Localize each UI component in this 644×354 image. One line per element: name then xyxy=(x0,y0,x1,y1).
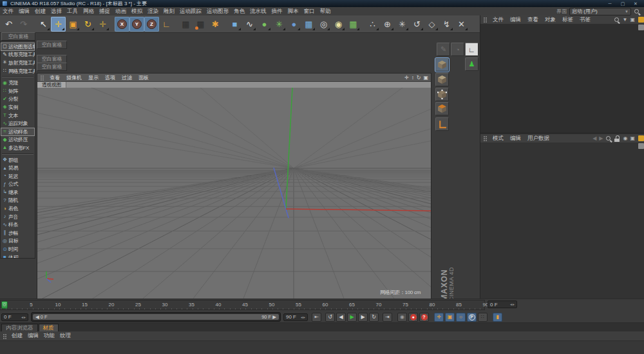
object-manager-menu-2[interactable]: 查看 xyxy=(524,16,542,24)
add-rotation-force-button[interactable]: ↺ xyxy=(410,17,424,32)
scale-button[interactable]: ▣ xyxy=(66,17,80,32)
mograph-item-22[interactable]: ∥步幅 xyxy=(1,229,35,237)
drag-handle-icon[interactable] xyxy=(40,75,45,81)
attribute-manager-tab-icon[interactable] xyxy=(638,135,644,141)
add-turbulence-button[interactable]: ✳ xyxy=(395,17,410,32)
mograph-item-8[interactable]: T文本 xyxy=(1,112,35,120)
dock-tab-icon[interactable] xyxy=(638,143,644,149)
object-manager-menu-5[interactable]: 书签 xyxy=(576,16,594,24)
add-metaball-button[interactable]: ● xyxy=(287,17,301,32)
render-settings-button[interactable]: ✱ xyxy=(208,17,223,32)
object-manager-menu-0[interactable]: 文件 xyxy=(489,16,507,24)
goto-end-button[interactable]: ⇥ xyxy=(383,313,392,322)
mograph-item-21[interactable]: ∿样条 xyxy=(1,221,35,229)
viewport-menu-3[interactable]: 选项 xyxy=(102,74,118,81)
texture-mode-button[interactable] xyxy=(435,73,449,86)
add-light-button[interactable]: ◉ xyxy=(331,17,346,32)
am-back-icon[interactable]: ◀ xyxy=(592,135,596,141)
toggle-view-icon[interactable]: ▣ xyxy=(423,75,428,81)
record-objects-button[interactable]: ◉ xyxy=(397,313,407,322)
rotate-view-icon[interactable]: ↻ xyxy=(417,75,421,81)
om-filter-icon[interactable]: ▼ xyxy=(623,17,628,23)
mograph-item-12[interactable]: ▲多边形FX xyxy=(1,144,35,152)
end-frame-field[interactable]: 90 F ◄► xyxy=(283,313,308,321)
lock-y-axis-button[interactable]: Y xyxy=(129,17,144,32)
object-manager-menu-4[interactable]: 标签 xyxy=(559,16,576,24)
spinner-icon[interactable]: ◄► xyxy=(507,302,515,306)
main-menu-17[interactable]: 窗口 xyxy=(301,8,317,15)
main-menu-16[interactable]: 脚本 xyxy=(285,8,301,15)
main-menu-8[interactable]: 模拟 xyxy=(129,8,145,15)
add-spline-button[interactable]: ∿ xyxy=(242,17,257,32)
material-menu-1[interactable]: 编辑 xyxy=(25,332,41,340)
attribute-manager-menu-2[interactable]: 用户数据 xyxy=(524,135,553,143)
mograph-item-4[interactable]: ◉克隆 xyxy=(1,79,35,87)
render-view-button[interactable]: ▦ xyxy=(178,17,193,32)
zoom-view-icon[interactable]: ↕ xyxy=(412,75,414,81)
render-to-picture-viewer-button[interactable]: ▦ xyxy=(193,17,208,32)
empty-pane-button[interactable]: 空白窗格 xyxy=(1,32,35,41)
add-subdivision-surface-button[interactable]: ● xyxy=(257,17,272,32)
main-menu-18[interactable]: 帮助 xyxy=(317,8,334,15)
am-lock-icon[interactable] xyxy=(614,135,620,142)
timeline-ruler[interactable]: 051015202530354045505560657075808590 xyxy=(0,300,485,310)
previous-key-button[interactable]: ↺ xyxy=(325,313,335,322)
add-array-button[interactable]: ✳ xyxy=(272,17,287,32)
main-menu-4[interactable]: 工具 xyxy=(64,8,80,15)
last-used-tool-button[interactable]: ✛ xyxy=(95,17,110,32)
mograph-item-0[interactable]: ◻运动图形选集 xyxy=(1,43,35,51)
main-menu-3[interactable]: 选择 xyxy=(48,8,64,15)
viewport-menu-0[interactable]: 查看 xyxy=(46,74,63,81)
am-search-icon[interactable] xyxy=(605,135,612,142)
redo-button[interactable]: ↷ xyxy=(16,17,31,32)
main-menu-0[interactable]: 文件 xyxy=(0,8,16,15)
object-manager-menu-3[interactable]: 对象 xyxy=(542,16,559,24)
add-gravity-button[interactable]: ✕ xyxy=(454,17,469,32)
main-menu-10[interactable]: 雕刻 xyxy=(161,8,177,15)
mograph-item-16[interactable]: ƒ公式 xyxy=(1,181,35,189)
main-menu-14[interactable]: 流水线 xyxy=(247,8,269,15)
move-button[interactable]: ✛ xyxy=(51,17,66,32)
record-position-toggle[interactable]: ✛ xyxy=(434,313,444,322)
mograph-item-1[interactable]: ✎线形克隆工具 xyxy=(1,51,35,59)
material-menu-3[interactable]: 纹理 xyxy=(57,332,73,340)
polygon-mode-button[interactable] xyxy=(435,102,449,115)
viewport-menu-5[interactable]: 面板 xyxy=(135,74,152,81)
timeline-range-slider[interactable]: ◀ 0 F 90 F ▶ xyxy=(31,312,281,322)
empty-pane-button[interactable]: 空白窗格 xyxy=(37,41,67,49)
keyframe-selection-button[interactable]: ▮ xyxy=(493,313,502,322)
record-rotation-toggle[interactable]: ○ xyxy=(456,313,466,322)
record-scale-toggle[interactable]: ▣ xyxy=(445,313,455,322)
main-menu-6[interactable]: 捕捉 xyxy=(97,8,113,15)
mograph-item-6[interactable]: ✔分裂 xyxy=(1,95,35,104)
record-parameter-toggle[interactable]: P xyxy=(467,313,477,322)
add-environment-button[interactable]: ▦ xyxy=(346,17,361,32)
mograph-item-25[interactable]: ■体积 xyxy=(1,253,35,259)
rotate-button[interactable]: ↻ xyxy=(80,17,95,32)
add-floor-button[interactable]: ▦ xyxy=(301,17,316,32)
search-icon[interactable] xyxy=(634,8,640,15)
lock-x-axis-button[interactable]: X xyxy=(115,17,129,32)
add-attractor-button[interactable]: ⊕ xyxy=(380,17,395,32)
object-manager-menu-1[interactable]: 编辑 xyxy=(507,16,524,24)
mograph-item-9[interactable]: ∿追踪对象 xyxy=(1,119,35,128)
material-menu-0[interactable]: 创建 xyxy=(9,332,25,340)
main-menu-12[interactable]: 运动图形 xyxy=(204,8,231,15)
mograph-item-7[interactable]: ◈实例 xyxy=(1,103,35,112)
main-menu-1[interactable]: 编辑 xyxy=(16,8,32,15)
add-deflector-button[interactable]: ◇ xyxy=(424,17,439,32)
coordinate-system-button[interactable]: ∟ xyxy=(159,17,174,32)
dock-tab-icon[interactable] xyxy=(638,25,644,30)
viewport-solo-button[interactable]: ♟ xyxy=(465,57,478,71)
om-panel-icon[interactable]: ▣ xyxy=(630,17,635,23)
goto-start-button[interactable]: ⇤ xyxy=(312,313,321,322)
main-menu-7[interactable]: 动画 xyxy=(113,8,129,15)
material-manager-body[interactable] xyxy=(0,341,644,354)
mograph-item-24[interactable]: ⊙时间 xyxy=(1,245,35,253)
axis-mode-button[interactable] xyxy=(435,117,449,131)
undo-button[interactable]: ↶ xyxy=(1,17,16,32)
drag-handle-icon[interactable] xyxy=(3,333,8,339)
viewport-menu-1[interactable]: 摄像机 xyxy=(63,74,85,81)
lock-z-axis-button[interactable]: Z xyxy=(144,17,159,32)
viewport-menu-2[interactable]: 显示 xyxy=(85,74,102,81)
